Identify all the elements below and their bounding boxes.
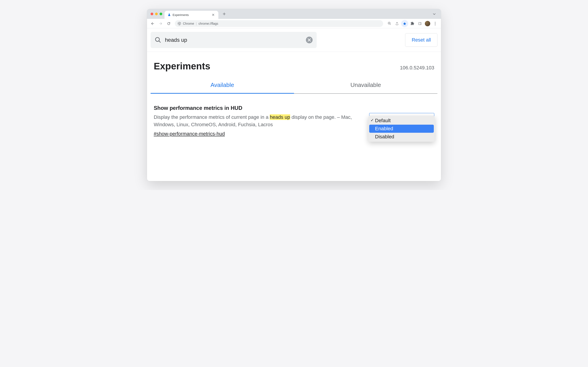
page-content: Reset all Experiments 106.0.5249.103 Ava…: [147, 28, 441, 181]
titlebar: Experiments: [147, 9, 441, 19]
minimize-window-button[interactable]: [155, 13, 158, 15]
flag-desc-before: Display the performance metrics of curre…: [154, 114, 270, 120]
zoom-icon[interactable]: [386, 20, 393, 27]
window-controls: [151, 13, 162, 15]
search-icon: [155, 37, 161, 43]
toolbar: Chrome | chrome://flags: [147, 19, 441, 28]
omnibox-app-label: Chrome: [183, 22, 194, 25]
tabs-row: Available Unavailable: [147, 77, 441, 94]
address-bar[interactable]: Chrome | chrome://flags: [175, 20, 383, 27]
dropdown-option-enabled[interactable]: Enabled: [369, 125, 434, 133]
page-title: Experiments: [154, 61, 210, 72]
flag-text: Show performance metrics in HUD Display …: [154, 105, 356, 137]
version-text: 106.0.5249.103: [400, 65, 434, 71]
svg-point-6: [435, 25, 435, 25]
menu-button[interactable]: [432, 20, 439, 27]
side-panel-icon[interactable]: [416, 20, 424, 27]
search-row: Reset all: [147, 28, 441, 52]
flag-hash-link[interactable]: #show-performance-metrics-hud: [154, 131, 225, 137]
tab-unavailable[interactable]: Unavailable: [294, 77, 437, 94]
titlebar-right: [431, 11, 437, 17]
flag-desc-highlight: heads up: [270, 114, 290, 120]
flask-icon: [168, 13, 171, 17]
forward-button[interactable]: [157, 20, 164, 27]
svg-rect-3: [419, 22, 421, 25]
tab-search-button[interactable]: [431, 11, 437, 17]
close-tab-button[interactable]: [211, 13, 215, 17]
profile-avatar[interactable]: [425, 21, 430, 26]
extensions-icon[interactable]: [409, 20, 416, 27]
bookmark-button[interactable]: [401, 20, 408, 27]
share-icon[interactable]: [394, 20, 401, 27]
tab-title: Experiments: [173, 13, 189, 17]
flag-description: Display the performance metrics of curre…: [154, 113, 356, 128]
omnibox-url: chrome://flags: [198, 22, 218, 25]
flag-item: Show performance metrics in HUD Display …: [147, 94, 441, 143]
flag-select: Default Enabled Disabled: [369, 113, 434, 123]
back-button[interactable]: [149, 20, 156, 27]
toolbar-right: [386, 20, 439, 27]
flag-title: Show performance metrics in HUD: [154, 105, 356, 111]
chrome-icon: [177, 22, 181, 25]
close-window-button[interactable]: [151, 13, 153, 15]
dropdown-option-default[interactable]: Default: [369, 117, 434, 125]
reload-button[interactable]: [165, 20, 172, 27]
new-tab-button[interactable]: [221, 11, 227, 17]
search-input[interactable]: [165, 37, 302, 43]
svg-point-5: [435, 23, 435, 24]
maximize-window-button[interactable]: [160, 13, 162, 15]
page-header: Experiments 106.0.5249.103: [147, 52, 441, 77]
dropdown-option-disabled[interactable]: Disabled: [369, 133, 434, 141]
svg-point-4: [435, 22, 435, 23]
clear-search-button[interactable]: [306, 37, 313, 43]
reset-all-button[interactable]: Reset all: [405, 33, 437, 47]
search-box: [151, 32, 317, 48]
browser-tab[interactable]: Experiments: [164, 11, 218, 19]
dropdown-menu: Default Enabled Disabled: [368, 116, 435, 142]
tab-available[interactable]: Available: [151, 77, 294, 94]
browser-window: Experiments Chrome |: [147, 9, 441, 181]
omnibox-divider: |: [196, 22, 197, 25]
